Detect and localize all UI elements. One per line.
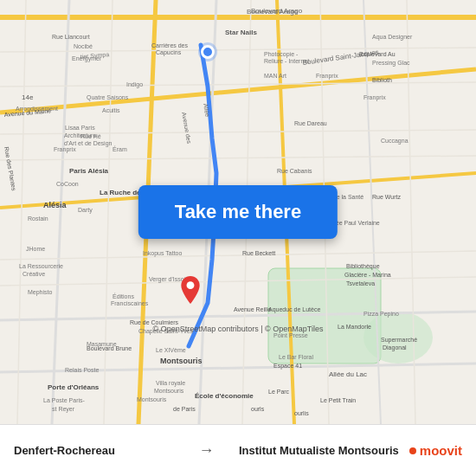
route-to: Institut Mutualiste Montsouris (224, 444, 398, 457)
svg-text:Rostain: Rostain (28, 215, 48, 222)
svg-text:Rue Dareau: Rue Dareau (294, 120, 327, 126)
svg-text:Montsouris: Montsouris (137, 396, 167, 402)
svg-text:Inkopus Tattoo: Inkopus Tattoo (143, 250, 183, 257)
svg-text:Franprix: Franprix (54, 146, 76, 153)
location-dot (201, 45, 215, 59)
moovit-logo-text: moovit (420, 443, 462, 458)
svg-text:st Reyer: st Reyer (52, 406, 75, 413)
svg-text:Rue Hé: Rue Hé (80, 133, 101, 139)
svg-text:Franprix: Franprix (363, 94, 386, 101)
svg-text:Rue Cabanis: Rue Cabanis (277, 168, 312, 174)
svg-text:Biblioth: Biblioth (372, 77, 392, 83)
svg-text:Aqueduc de Lutèce: Aqueduc de Lutèce (268, 306, 320, 313)
route-from: Denfert-Rochereau (14, 444, 188, 457)
svg-text:Le Bar Floral: Le Bar Floral (279, 354, 314, 360)
svg-text:La Mandorle: La Mandorle (338, 324, 371, 330)
svg-text:MAN Art: MAN Art (264, 73, 286, 79)
svg-text:Cuccagna: Cuccagna (381, 138, 408, 145)
svg-text:Boulevard Arago: Boulevard Arago (251, 7, 303, 15)
svg-text:École d'économie: École d'économie (195, 392, 254, 400)
bottom-bar: Denfert-Rochereau → Institut Mutualiste … (0, 424, 476, 476)
svg-text:Supermarché: Supermarché (381, 337, 417, 344)
svg-text:Bibliothèque: Bibliothèque (346, 263, 380, 270)
svg-text:Acuitis: Acuitis (102, 107, 120, 113)
svg-text:Photocopie -: Photocopie - (264, 51, 299, 58)
svg-text:Boulevard Au: Boulevard Au (359, 51, 396, 57)
svg-text:Le XIVème: Le XIVème (156, 347, 186, 353)
svg-text:Villa royale: Villa royale (156, 380, 185, 387)
svg-text:Espace 41: Espace 41 (273, 363, 302, 370)
svg-text:Reliure - Internet: Reliure - Internet (264, 58, 309, 64)
svg-text:Star Nails: Star Nails (225, 29, 257, 36)
moovit-logo-dot (409, 447, 416, 454)
svg-point-113 (187, 281, 195, 289)
svg-text:Rue de Coulmiers: Rue de Coulmiers (130, 319, 179, 325)
svg-text:Éram: Éram (113, 145, 127, 152)
svg-text:Rue Wurtz: Rue Wurtz (372, 194, 401, 200)
svg-text:Capucins: Capucins (156, 49, 182, 56)
app: Boulevard Arago Rue Liancourt Avenue du … (0, 0, 476, 476)
svg-text:Quatre Saisons: Quatre Saisons (87, 94, 129, 101)
svg-text:Chapelle Saint-Yves: Chapelle Saint-Yves (138, 328, 194, 335)
map-container: Boulevard Arago Rue Liancourt Avenue du … (0, 0, 476, 424)
svg-text:Relais Poste: Relais Poste (65, 367, 99, 373)
svg-text:Pressing Glac: Pressing Glac (372, 60, 410, 67)
svg-text:Porte d'Orléans: Porte d'Orléans (48, 383, 100, 391)
svg-text:Le Petit Train: Le Petit Train (320, 397, 356, 403)
svg-text:Allée du Lac: Allée du Lac (329, 370, 367, 378)
svg-text:Masamune: Masamune (87, 341, 117, 347)
take-me-there-button[interactable]: Take me there (138, 185, 338, 239)
svg-text:La Poste Paris-: La Poste Paris- (43, 397, 86, 403)
svg-text:Lisaa Paris: Lisaa Paris (65, 125, 95, 131)
svg-text:Pizza Pepino: Pizza Pepino (363, 311, 399, 318)
svg-text:Rue Liancourt: Rue Liancourt (52, 34, 90, 40)
svg-text:Alésia: Alésia (43, 201, 68, 209)
svg-text:de Paris: de Paris (173, 406, 196, 412)
svg-text:JHome: JHome (26, 246, 45, 252)
svg-text:Tsvetaleva: Tsvetaleva (346, 280, 375, 286)
svg-text:La Ruche de: La Ruche de (100, 189, 141, 196)
svg-text:14e: 14e (22, 93, 34, 101)
svg-text:Diagonal: Diagonal (383, 344, 407, 351)
svg-text:Point Presse: Point Presse (273, 332, 308, 338)
svg-text:Darty: Darty (78, 207, 93, 214)
destination-marker (180, 276, 201, 307)
svg-text:Franprix: Franprix (316, 73, 338, 80)
svg-text:Carrières des: Carrières des (151, 42, 189, 48)
svg-text:Glacière - Marina: Glacière - Marina (344, 272, 391, 278)
svg-text:Arrondissement: Arrondissement (16, 106, 58, 112)
svg-text:Mephisto: Mephisto (28, 289, 53, 296)
svg-text:La Ressourcerie: La Ressourcerie (19, 263, 63, 269)
svg-text:Montsouris: Montsouris (154, 388, 184, 394)
svg-text:CoCoon: CoCoon (56, 181, 79, 187)
svg-text:Franciscaines: Franciscaines (111, 300, 149, 306)
svg-text:ourlis: ourlis (294, 410, 309, 416)
svg-text:ourls: ourls (251, 406, 265, 412)
moovit-logo: moovit (409, 443, 462, 458)
svg-text:Aqua Designer: Aqua Designer (372, 34, 413, 41)
svg-text:Montsouris: Montsouris (160, 357, 203, 365)
svg-text:Nocibé: Nocibé (74, 43, 93, 49)
svg-text:Rue Beckett: Rue Beckett (242, 250, 275, 256)
svg-text:Avenue Reille: Avenue Reille (234, 306, 271, 312)
svg-text:Éditions: Éditions (113, 293, 134, 299)
svg-text:Paris Alésia: Paris Alésia (69, 167, 109, 175)
svg-text:Le Parc: Le Parc (268, 389, 290, 395)
route-arrow: → (198, 441, 214, 460)
svg-text:Indigo: Indigo (126, 81, 143, 88)
cta-button-container: Take me there (138, 185, 338, 239)
svg-text:Créative: Créative (23, 271, 45, 277)
